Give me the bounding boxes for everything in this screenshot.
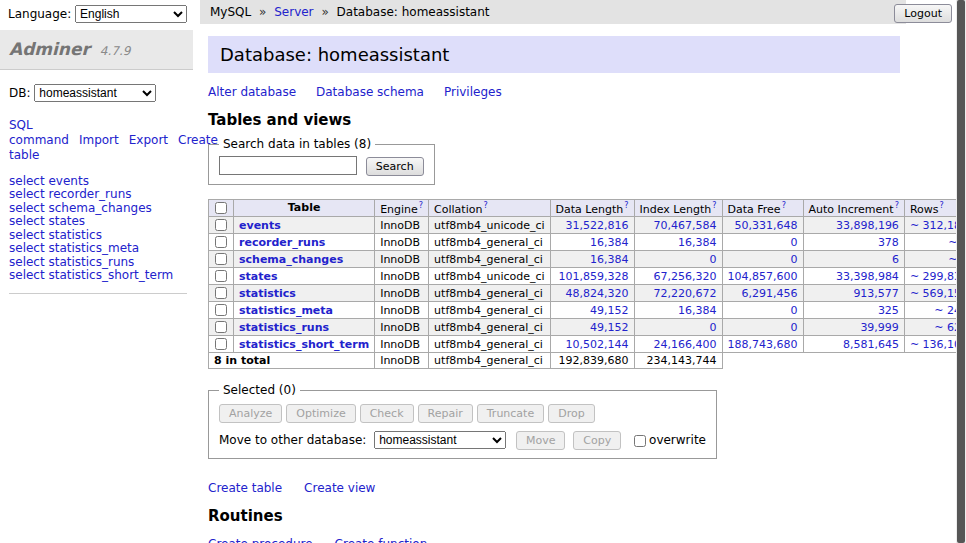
help-link[interactable]: ? xyxy=(712,201,716,210)
cell-index-length: 16,384 xyxy=(634,302,722,319)
cell-data-free-link[interactable]: 6,291,456 xyxy=(728,287,798,300)
db-action-1[interactable]: Database schema xyxy=(316,85,424,99)
cell-data-length-link[interactable]: 48,824,320 xyxy=(556,287,629,300)
row-checkbox-recorder_runs[interactable] xyxy=(215,236,227,248)
cell-index-length-link[interactable]: 67,256,320 xyxy=(640,270,717,283)
cell-auto-increment-link[interactable]: 39,999 xyxy=(809,321,899,334)
language-select[interactable]: English xyxy=(75,5,187,23)
cell-data-length-link[interactable]: 16,384 xyxy=(556,253,629,266)
cell-data-length-link[interactable]: 101,859,328 xyxy=(556,270,629,283)
sidebar-table-link-4[interactable]: select statistics xyxy=(9,229,187,242)
cell-data-length-link[interactable]: 49,152 xyxy=(556,304,629,317)
routines-heading: Routines xyxy=(208,507,908,525)
drop-button[interactable]: Drop xyxy=(548,404,594,423)
move-button[interactable]: Move xyxy=(516,431,566,450)
cell-auto-increment-link[interactable]: 913,577 xyxy=(809,287,899,300)
help-link[interactable]: ? xyxy=(782,201,786,210)
cell-auto-increment-link[interactable]: 325 xyxy=(809,304,899,317)
sidebar-link-0[interactable]: SQL command xyxy=(9,118,69,147)
cell-data-free-link[interactable]: 0 xyxy=(728,304,798,317)
search-input[interactable] xyxy=(219,156,357,175)
cell-data-free-link[interactable]: 188,743,680 xyxy=(728,338,798,351)
cell-data-length: 49,152 xyxy=(550,319,634,336)
cell-index-length-link[interactable]: 70,467,584 xyxy=(640,219,717,232)
help-link[interactable]: ? xyxy=(939,201,943,210)
cell-data-length-link[interactable]: 10,502,144 xyxy=(556,338,629,351)
cell-auto-increment-link[interactable]: 8,581,645 xyxy=(809,338,899,351)
move-db-select[interactable]: homeassistant xyxy=(374,431,506,449)
table-link-statistics_meta[interactable]: statistics_meta xyxy=(239,304,333,317)
sidebar-table-link-1[interactable]: select recorder_runs xyxy=(9,188,187,201)
routine-link-0[interactable]: Create procedure xyxy=(208,537,313,543)
scrollbar-thumb[interactable] xyxy=(957,0,965,543)
cell-data-free-link[interactable]: 0 xyxy=(728,236,798,249)
cell-data-free-link[interactable]: 104,857,600 xyxy=(728,270,798,283)
db-action-2[interactable]: Privileges xyxy=(444,85,502,99)
cell-auto-increment-link[interactable]: 6 xyxy=(809,253,899,266)
cell-data-length-link[interactable]: 31,522,816 xyxy=(556,219,629,232)
sidebar-link-2[interactable]: Export xyxy=(129,133,168,147)
sidebar-table-link-6[interactable]: select statistics_runs xyxy=(9,256,187,269)
sidebar-table-link-7[interactable]: select statistics_short_term xyxy=(9,269,187,282)
truncate-button[interactable]: Truncate xyxy=(477,404,544,423)
column-header-data-free: Data Free? xyxy=(722,199,803,217)
table-link-events[interactable]: events xyxy=(239,219,281,232)
routine-link-1[interactable]: Create function xyxy=(335,537,428,543)
cell-data-length-link[interactable]: 16,384 xyxy=(556,236,629,249)
help-link[interactable]: ? xyxy=(624,201,628,210)
overwrite-checkbox[interactable] xyxy=(634,435,646,447)
sidebar-link-1[interactable]: Import xyxy=(79,133,119,147)
table-link-states[interactable]: states xyxy=(239,270,278,283)
row-checkbox-events[interactable] xyxy=(215,219,227,231)
cell-index-length-link[interactable]: 16,384 xyxy=(640,304,717,317)
table-link-statistics_short_term[interactable]: statistics_short_term xyxy=(239,338,369,351)
create-link-1[interactable]: Create view xyxy=(304,481,375,495)
cell-data-free: 0 xyxy=(722,251,803,268)
sidebar-table-link-3[interactable]: select states xyxy=(9,215,187,228)
row-checkbox-schema_changes[interactable] xyxy=(215,253,227,265)
help-link[interactable]: ? xyxy=(483,201,487,210)
cell-auto-increment-link[interactable]: 378 xyxy=(809,236,899,249)
cell-index-length-link[interactable]: 16,384 xyxy=(640,236,717,249)
vertical-scrollbar[interactable] xyxy=(956,0,966,543)
db-action-0[interactable]: Alter database xyxy=(208,85,296,99)
row-checkbox-statistics_short_term[interactable] xyxy=(215,338,227,350)
cell-data-free-link[interactable]: 0 xyxy=(728,253,798,266)
cell-index-length-link[interactable]: 72,220,672 xyxy=(640,287,717,300)
cell-data-free-link[interactable]: 50,331,648 xyxy=(728,219,798,232)
help-link[interactable]: ? xyxy=(895,201,899,210)
row-checkbox-statistics_runs[interactable] xyxy=(215,321,227,333)
copy-button[interactable]: Copy xyxy=(573,431,621,450)
repair-button[interactable]: Repair xyxy=(418,404,473,423)
db-select[interactable]: homeassistant xyxy=(34,84,156,102)
cell-auto-increment-link[interactable]: 33,398,984 xyxy=(809,270,899,283)
table-link-statistics[interactable]: statistics xyxy=(239,287,296,300)
row-checkbox-statistics[interactable] xyxy=(215,287,227,299)
sidebar-table-link-0[interactable]: select events xyxy=(9,175,187,188)
cell-index-length-link[interactable]: 0 xyxy=(640,321,717,334)
search-button[interactable]: Search xyxy=(366,157,424,176)
cell-table-name: events xyxy=(234,217,375,234)
cell-auto-increment-link[interactable]: 33,898,196 xyxy=(809,219,899,232)
row-checkbox-statistics_meta[interactable] xyxy=(215,304,227,316)
help-link[interactable]: ? xyxy=(419,201,423,210)
table-row-statistics: statisticsInnoDButf8mb4_general_ci48,824… xyxy=(209,285,966,302)
table-link-statistics_runs[interactable]: statistics_runs xyxy=(239,321,329,334)
table-link-schema_changes[interactable]: schema_changes xyxy=(239,253,343,266)
cell-data-free-link[interactable]: 0 xyxy=(728,321,798,334)
sidebar-table-link-2[interactable]: select schema_changes xyxy=(9,202,187,215)
logout-button[interactable]: Logout xyxy=(894,4,952,23)
sidebar-table-link-5[interactable]: select statistics_meta xyxy=(9,242,187,255)
row-checkbox-states[interactable] xyxy=(215,270,227,282)
cell-data-length-link[interactable]: 49,152 xyxy=(556,321,629,334)
cell-index-length-link[interactable]: 0 xyxy=(640,253,717,266)
select-all-checkbox[interactable] xyxy=(215,202,227,214)
cell-index-length-link[interactable]: 24,166,400 xyxy=(640,338,717,351)
column-header-index-length: Index Length? xyxy=(634,199,722,217)
table-link-recorder_runs[interactable]: recorder_runs xyxy=(239,236,325,249)
breadcrumb-server-link[interactable]: Server xyxy=(274,5,313,19)
optimize-button[interactable]: Optimize xyxy=(286,404,355,423)
check-button[interactable]: Check xyxy=(360,404,414,423)
create-link-0[interactable]: Create table xyxy=(208,481,282,495)
analyze-button[interactable]: Analyze xyxy=(219,404,282,423)
